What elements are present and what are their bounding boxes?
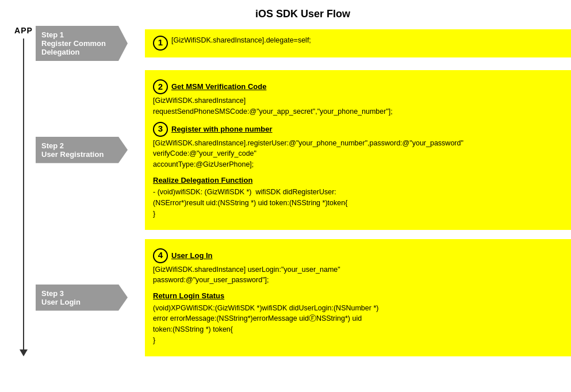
- step1-num: Step 1: [41, 30, 121, 39]
- step3-name: User Login: [41, 298, 121, 306]
- circle-3: 3: [153, 122, 168, 137]
- return-login-body: (void)XPGWifiSDK:(GizWifiSDK *)wifiSDK d…: [153, 303, 563, 346]
- section-get-msm: 2 Get MSM Verification Code [GizWifiSDK.…: [153, 79, 563, 117]
- circle-4: 4: [153, 248, 168, 263]
- user-login-body: [GizWifiSDK.sharedInstance] userLogin:"y…: [153, 264, 563, 286]
- register-phone-title: Register with phone number: [171, 124, 273, 135]
- realize-delegation-body: - (void)wifiSDK: (GizWifiSDK *) wifiSDK …: [153, 187, 563, 219]
- flow-row-2: Step 2 User Registration 2 Get MSM Verif…: [36, 70, 571, 230]
- section-return-login: Return Login Status (void)XPGWifiSDK:(Gi…: [153, 290, 563, 346]
- section-realize-delegation: Realize Delegation Function - (void)wifi…: [153, 175, 563, 220]
- box3-area: 4 User Log In [GizWifiSDK.sharedInstance…: [145, 239, 571, 356]
- box2-area: 2 Get MSM Verification Code [GizWifiSDK.…: [145, 70, 571, 230]
- page-title: iOS SDK User Flow: [35, 0, 571, 26]
- step3-arrow: Step 3 User Login: [36, 285, 128, 311]
- section-user-login: 4 User Log In [GizWifiSDK.sharedInstance…: [153, 248, 563, 286]
- main-area: Step 1 Register CommonDelegation 1 [GizW…: [36, 26, 571, 356]
- flow-row-3: Step 3 User Login 4 User Log In [GizWifi…: [36, 239, 571, 356]
- get-msm-title: Get MSM Verification Code: [171, 81, 266, 93]
- return-login-title: Return Login Status: [153, 290, 224, 302]
- section-register-phone-header: 3 Register with phone number: [153, 122, 563, 137]
- step2-arrow: Step 2 User Registration: [36, 137, 128, 163]
- box1-header: 1 [GizWifiSDK.sharedInstance].delegate=s…: [153, 35, 563, 51]
- section-register-phone: 3 Register with phone number [GizWifiSDK…: [153, 122, 563, 170]
- section-user-login-header: 4 User Log In: [153, 248, 563, 263]
- realize-delegation-title: Realize Delegation Function: [153, 175, 252, 186]
- step1-arrow: Step 1 Register CommonDelegation: [36, 26, 128, 61]
- step1-area: Step 1 Register CommonDelegation: [36, 26, 145, 61]
- content-box-3: 4 User Log In [GizWifiSDK.sharedInstance…: [145, 239, 571, 356]
- arrow-down-icon: [20, 349, 28, 356]
- vertical-line-container: [20, 39, 28, 356]
- section-return-login-header: Return Login Status: [153, 290, 563, 302]
- user-login-title: User Log In: [171, 250, 213, 262]
- content-box-1: 1 [GizWifiSDK.sharedInstance].delegate=s…: [145, 29, 571, 57]
- step3-num: Step 3: [41, 289, 121, 298]
- step2-name: User Registration: [41, 150, 121, 159]
- content-box-2: 2 Get MSM Verification Code [GizWifiSDK.…: [145, 70, 571, 230]
- section-get-msm-header: 2 Get MSM Verification Code: [153, 79, 563, 94]
- app-label: APP: [14, 26, 33, 35]
- step3-area: Step 3 User Login: [36, 285, 145, 311]
- step1-name: Register CommonDelegation: [41, 39, 121, 56]
- box1-body: [GizWifiSDK.sharedInstance].delegate=sel…: [171, 35, 311, 46]
- register-phone-body: [GizWifiSDK.sharedInstance].registerUser…: [153, 138, 563, 170]
- step2-num: Step 2: [41, 141, 121, 150]
- section-realize-delegation-header: Realize Delegation Function: [153, 175, 563, 186]
- vertical-line: [23, 39, 24, 349]
- get-msm-body: [GizWifiSDK.sharedInstance] requestSendP…: [153, 95, 563, 117]
- flow-row-1: Step 1 Register CommonDelegation 1 [GizW…: [36, 26, 571, 61]
- box1-area: 1 [GizWifiSDK.sharedInstance].delegate=s…: [145, 29, 571, 57]
- left-column: APP: [12, 26, 36, 356]
- circle-2: 2: [153, 79, 168, 94]
- circle-1: 1: [153, 36, 168, 51]
- step2-area: Step 2 User Registration: [36, 137, 145, 163]
